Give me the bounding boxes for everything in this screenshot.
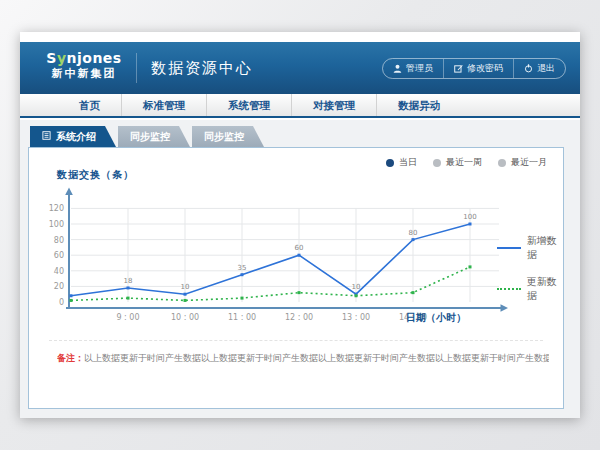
brand-company-name: 新中新集团 — [42, 67, 126, 81]
radio-label: 最近一月 — [511, 156, 547, 169]
tab-sync-monitor-2[interactable]: 同步监控 — [192, 126, 264, 147]
brand-leaf-accent: y — [57, 50, 67, 66]
radio-dot-last-month — [498, 159, 506, 167]
brand-logo-text: Synjones — [42, 50, 126, 67]
line-chart: 0204060801001209 : 0010 : 0011 : 0012 : … — [49, 184, 549, 326]
svg-text:20: 20 — [54, 282, 64, 291]
change-password-label: 修改密码 — [467, 62, 503, 75]
user-label: 管理员 — [406, 62, 433, 75]
app-window: Synjones 新中新集团 数据资源中心 管理员 修改密码 退出 — [20, 32, 580, 418]
svg-text:日期（小时）: 日期（小时） — [406, 312, 466, 323]
svg-text:40: 40 — [54, 267, 64, 276]
svg-text:35: 35 — [238, 264, 247, 272]
content-panel: 当日 最近一周 最近一月 数据交换（条） 0204060801001209 : … — [28, 147, 564, 409]
legend-line-sample-update-data — [497, 288, 521, 290]
legend-item-new-data[interactable]: 新增数据 — [497, 234, 563, 262]
svg-text:11 : 00: 11 : 00 — [228, 313, 256, 322]
document-icon — [42, 126, 51, 147]
svg-text:13 : 00: 13 : 00 — [342, 313, 370, 322]
desktop: { "colors": { "brand_blue": "#1d639a", "… — [0, 0, 600, 450]
change-password-button[interactable]: 修改密码 — [443, 59, 513, 78]
radio-last-week[interactable]: 最近一周 — [433, 156, 482, 169]
radio-today[interactable]: 当日 — [386, 156, 417, 169]
nav-item-system-management[interactable]: 系统管理 — [206, 94, 291, 116]
svg-text:60: 60 — [54, 251, 64, 260]
svg-text:100: 100 — [463, 213, 476, 221]
legend-line-sample-new-data — [497, 247, 521, 249]
svg-text:12 : 00: 12 : 00 — [285, 313, 313, 322]
legend-label: 新增数据 — [527, 234, 563, 262]
radio-last-month[interactable]: 最近一月 — [498, 156, 547, 169]
svg-text:120: 120 — [49, 204, 64, 213]
footnote-text: 以上数据更新于时间产生数据以上数据更新于时间产生数据以上数据更新于时间产生数据以… — [84, 353, 549, 363]
tab-sync-monitor-1[interactable]: 同步监控 — [118, 126, 190, 147]
edit-icon — [454, 64, 463, 73]
nav-item-standard-management[interactable]: 标准管理 — [121, 94, 206, 116]
svg-text:100: 100 — [49, 220, 64, 229]
svg-text:18: 18 — [124, 277, 133, 285]
radio-dot-last-week — [433, 159, 441, 167]
svg-text:10 : 00: 10 : 00 — [171, 313, 199, 322]
tab-label: 系统介绍 — [56, 126, 96, 147]
chart-legend: 新增数据 更新数据 — [497, 234, 563, 316]
nav-item-data-change[interactable]: 数据异动 — [376, 94, 461, 116]
radio-dot-today — [386, 159, 394, 167]
nav-item-home[interactable]: 首页 — [58, 94, 121, 116]
svg-text:60: 60 — [295, 244, 304, 252]
logout-label: 退出 — [537, 62, 555, 75]
radio-label: 最近一周 — [446, 156, 482, 169]
svg-text:80: 80 — [409, 229, 418, 237]
svg-text:80: 80 — [54, 236, 64, 245]
user-icon — [393, 64, 402, 73]
radio-label: 当日 — [399, 156, 417, 169]
nav-item-interface-management[interactable]: 对接管理 — [291, 94, 376, 116]
main-nav: 首页 标准管理 系统管理 对接管理 数据异动 — [20, 94, 580, 118]
user-button[interactable]: 管理员 — [383, 59, 443, 78]
tab-system-intro[interactable]: 系统介绍 — [30, 126, 116, 147]
time-range-radio-group: 当日 最近一周 最近一月 — [386, 156, 547, 169]
footnote-label: 备注： — [57, 353, 84, 363]
svg-text:10: 10 — [181, 283, 190, 291]
tab-label: 同步监控 — [130, 126, 170, 147]
svg-text:10: 10 — [352, 283, 361, 291]
logout-icon — [524, 64, 533, 73]
svg-text:9 : 00: 9 : 00 — [116, 313, 139, 322]
footnote: 备注：以上数据更新于时间产生数据以上数据更新于时间产生数据以上数据更新于时间产生… — [57, 351, 549, 365]
app-header: Synjones 新中新集团 数据资源中心 管理员 修改密码 退出 — [20, 42, 580, 94]
tab-label: 同步监控 — [204, 126, 244, 147]
logout-button[interactable]: 退出 — [513, 59, 565, 78]
brand-logo: Synjones 新中新集团 — [42, 50, 126, 81]
page-title: 数据资源中心 — [136, 53, 253, 83]
svg-text:0: 0 — [59, 298, 64, 307]
legend-label: 更新数据 — [527, 275, 563, 303]
user-menu: 管理员 修改密码 退出 — [382, 58, 566, 79]
note-divider — [49, 340, 543, 341]
tab-bar: 系统介绍 同步监控 同步监控 — [30, 126, 266, 147]
y-axis-title: 数据交换（条） — [57, 168, 134, 182]
legend-item-update-data[interactable]: 更新数据 — [497, 275, 563, 303]
